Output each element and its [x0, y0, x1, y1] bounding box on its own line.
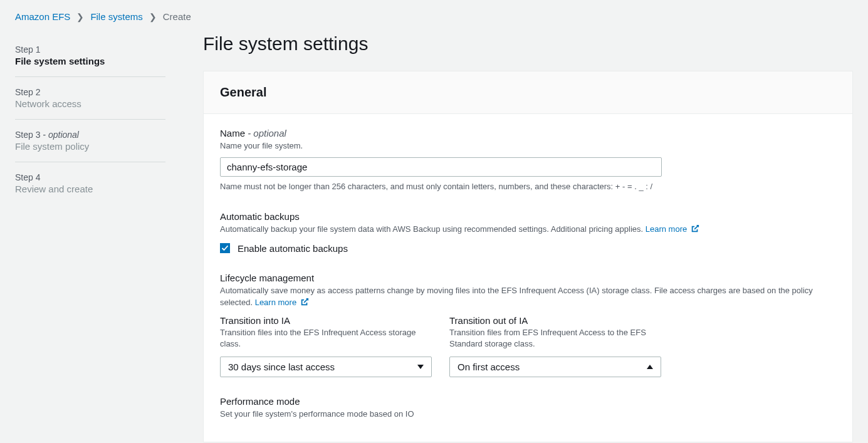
- transition-out-ia: Transition out of IA Transition files fr…: [449, 315, 661, 378]
- step-number: Step 2: [15, 87, 165, 97]
- field-label: Automatic backups: [220, 211, 836, 222]
- select-value: On first access: [458, 362, 520, 372]
- panel-header: General: [204, 71, 852, 114]
- sub-label: Transition out of IA: [449, 315, 661, 326]
- panel-title: General: [220, 85, 836, 100]
- performance-field: Performance mode Set your file system's …: [220, 396, 836, 420]
- field-description: Name your file system.: [220, 140, 836, 152]
- wizard-step-2[interactable]: Step 2 Network access: [15, 87, 165, 119]
- select-value: 30 days since last access: [228, 362, 335, 372]
- enable-backups-checkbox[interactable]: [220, 243, 230, 253]
- breadcrumb: Amazon EFS ❯ File systems ❯ Create: [0, 0, 868, 29]
- learn-more-link[interactable]: Learn more: [255, 298, 309, 307]
- caret-down-icon: [417, 365, 424, 369]
- field-description: Automatically backup your file system da…: [220, 223, 836, 237]
- field-description: Set your file system's performance mode …: [220, 408, 836, 420]
- main-content: File system settings General Name - opti…: [203, 29, 868, 442]
- transition-out-select[interactable]: On first access: [449, 357, 661, 377]
- breadcrumb-current: Create: [163, 11, 191, 22]
- sub-description: Transition files into the EFS Infrequent…: [220, 327, 432, 351]
- lifecycle-field: Lifecycle management Automatically save …: [220, 273, 836, 378]
- wizard-step-4[interactable]: Step 4 Review and create: [15, 172, 165, 204]
- sub-description: Transition files from EFS Infrequent Acc…: [449, 327, 661, 351]
- step-title: File system settings: [15, 56, 165, 66]
- external-link-icon: [691, 224, 699, 237]
- wizard-step-1[interactable]: Step 1 File system settings: [15, 44, 165, 76]
- wizard-step-3[interactable]: Step 3 - optional File system policy: [15, 130, 165, 162]
- page-title: File system settings: [203, 33, 853, 55]
- step-title: File system policy: [15, 141, 165, 152]
- breadcrumb-section[interactable]: File systems: [90, 11, 142, 22]
- name-input[interactable]: [220, 157, 662, 177]
- caret-up-icon: [647, 365, 653, 369]
- step-number: Step 3 - optional: [15, 130, 165, 140]
- field-label: Performance mode: [220, 396, 836, 407]
- checkbox-label: Enable automatic backups: [238, 243, 348, 254]
- field-description: Automatically save money as access patte…: [220, 284, 836, 310]
- step-number: Step 1: [15, 44, 165, 55]
- chevron-right-icon: ❯: [149, 12, 157, 22]
- sub-label: Transition into IA: [220, 315, 432, 326]
- step-title: Network access: [15, 98, 165, 109]
- transition-into-ia: Transition into IA Transition files into…: [220, 315, 432, 378]
- chevron-right-icon: ❯: [76, 12, 84, 22]
- breadcrumb-root[interactable]: Amazon EFS: [15, 11, 70, 22]
- learn-more-link[interactable]: Learn more: [646, 224, 699, 234]
- name-field: Name - optional Name your file system. N…: [220, 128, 836, 192]
- field-label: Lifecycle management: [220, 273, 836, 283]
- step-title: Review and create: [15, 184, 165, 194]
- transition-into-select[interactable]: 30 days since last access: [220, 357, 432, 377]
- external-link-icon: [300, 298, 309, 310]
- backups-field: Automatic backups Automatically backup y…: [220, 211, 836, 254]
- field-constraint: Name must not be longer than 256 charact…: [220, 180, 836, 193]
- wizard-steps: Step 1 File system settings Step 2 Netwo…: [15, 29, 203, 442]
- field-label: Name - optional: [220, 128, 836, 138]
- step-number: Step 4: [15, 172, 165, 182]
- general-panel: General Name - optional Name your file s…: [203, 71, 853, 442]
